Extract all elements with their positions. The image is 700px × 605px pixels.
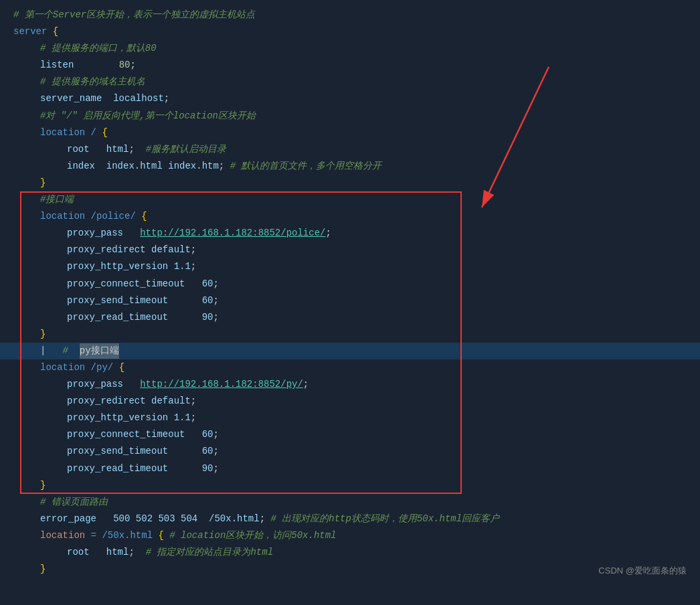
code-line: listen 80; — [0, 57, 700, 74]
code-text: { — [53, 24, 58, 39]
code-line: proxy_http_version 1.1; — [0, 410, 700, 426]
code-text: proxy_pass — [67, 377, 140, 392]
code-text: } — [40, 478, 46, 493]
code-line: proxy_connect_timeout 60; — [0, 276, 700, 292]
code-text: index index.html index.htm — [67, 159, 219, 174]
code-text: # 提供服务的端口，默认80 — [40, 41, 157, 56]
code-text: ; — [128, 545, 145, 560]
code-line: } — [0, 561, 700, 578]
code-line: | # py接口端 — [0, 343, 700, 359]
code-text: server_name localhost — [40, 91, 164, 106]
code-line: proxy_send_timeout 60; — [0, 443, 700, 460]
code-text: location / — [40, 125, 102, 141]
code-text: ; — [213, 461, 218, 477]
code-text: ; — [213, 310, 218, 325]
code-text: location /police/ — [40, 209, 141, 224]
code-line: location /police/ { — [0, 208, 700, 225]
code-line: error_page 500 502 503 504 /50x.html; # … — [0, 511, 700, 527]
code-text: ; — [191, 410, 196, 426]
code-text: proxy_http_version 1.1 — [67, 259, 191, 274]
code-text: ; — [219, 159, 230, 174]
code-text: location /py/ — [40, 360, 119, 375]
code-text: { — [102, 125, 107, 141]
code-text: # 提供服务的域名主机名 — [40, 74, 145, 90]
code-text: ; — [191, 394, 196, 409]
code-line: proxy_read_timeout 90; — [0, 460, 700, 477]
code-text: ; — [325, 226, 331, 241]
code-line: proxy_read_timeout 90; — [0, 309, 700, 326]
watermark: CSDN @爱吃面条的猿 — [598, 564, 687, 578]
code-text: proxy_redirect default — [67, 394, 191, 409]
code-line: index index.html index.htm; # 默认的首页文件，多个… — [0, 158, 700, 175]
code-text: # location区块开始，访问50x.html — [169, 528, 336, 543]
code-text: proxy_pass — [67, 226, 140, 241]
code-text: server — [13, 24, 53, 39]
code-text: # 默认的首页文件，多个用空格分开 — [230, 159, 382, 174]
code-text: proxy_read_timeout 90 — [67, 461, 213, 477]
code-text: ; — [213, 444, 218, 459]
code-line: proxy_connect_timeout 60; — [0, 426, 700, 443]
code-line: } — [0, 477, 700, 494]
code-text: } — [40, 327, 46, 342]
code-line: proxy_http_version 1.1; — [0, 258, 700, 275]
code-text: = /50x.html — [91, 528, 159, 543]
code-text: # 出现对应的http状态码时，使用50x.html回应客户 — [270, 511, 499, 527]
highlighted-text: py接口端 — [80, 343, 119, 359]
code-text: proxy_http_version 1.1 — [67, 410, 191, 426]
code-container: # 第一个Server区块开始，表示一个独立的虚拟主机站点 server { #… — [0, 0, 700, 584]
code-text: { — [119, 360, 124, 375]
code-text: ; — [213, 276, 218, 292]
code-text: http://192.168.1.182:8852/police/ — [140, 226, 325, 241]
code-line: # 第一个Server区块开始，表示一个独立的虚拟主机站点 — [0, 7, 700, 23]
code-text: } — [40, 175, 46, 191]
code-text — [74, 58, 118, 73]
code-text: ; — [260, 511, 271, 527]
code-text: root html — [67, 545, 128, 560]
code-text: listen — [40, 58, 74, 73]
code-text: # 指定对应的站点目录为html — [146, 545, 273, 560]
code-text: ; — [164, 91, 169, 106]
code-text: ; — [213, 293, 218, 309]
code-text: http://192.168.1.182:8852/py/ — [140, 377, 303, 392]
code-text: 80 — [119, 58, 130, 73]
code-text: error_page 500 502 503 504 /50x.html — [40, 511, 260, 527]
code-text: proxy_send_timeout 60 — [67, 444, 213, 459]
code-line: proxy_pass http://192.168.1.182:8852/py/… — [0, 376, 700, 393]
code-line: } — [0, 326, 700, 343]
code-line: # 提供服务的端口，默认80 — [0, 40, 700, 57]
code-line: proxy_redirect default; — [0, 393, 700, 410]
code-text: proxy_connect_timeout 60 — [67, 427, 213, 442]
code-line: location /py/ { — [0, 359, 700, 376]
code-text: root html — [67, 142, 128, 157]
code-text: # 第一个Server区块开始，表示一个独立的虚拟主机站点 — [13, 7, 255, 23]
code-text: # 错误页面路由 — [40, 495, 108, 510]
code-text: #对 "/" 启用反向代理,第一个location区块开始 — [40, 108, 256, 124]
code-line: #接口端 — [0, 191, 700, 208]
code-line: # 错误页面路由 — [0, 494, 700, 511]
code-line: proxy_send_timeout 60; — [0, 292, 700, 309]
code-text: } — [40, 561, 46, 577]
code-text: | — [40, 343, 52, 359]
code-text: ; — [191, 242, 196, 258]
code-text: proxy_read_timeout 90 — [67, 310, 213, 325]
code-text: proxy_redirect default — [67, 242, 191, 258]
code-text: ; — [191, 259, 196, 274]
code-text: proxy_connect_timeout 60 — [67, 276, 213, 292]
code-text: { — [158, 528, 169, 543]
code-line: location / { — [0, 124, 700, 141]
code-line: server_name localhost; — [0, 90, 700, 107]
code-text: location — [40, 528, 91, 543]
code-text: #服务默认启动目录 — [146, 142, 226, 157]
code-text: { — [141, 209, 147, 224]
code-line: root html; # 指定对应的站点目录为html — [0, 544, 700, 561]
code-text: proxy_send_timeout 60 — [67, 293, 213, 309]
code-text: ; — [130, 58, 135, 73]
code-text: ; — [213, 427, 218, 442]
code-line: root html; #服务默认启动目录 — [0, 141, 700, 158]
code-line: proxy_redirect default; — [0, 242, 700, 258]
code-text: #接口端 — [40, 192, 74, 207]
code-text: ; — [128, 142, 145, 157]
code-line: location = /50x.html { # location区块开始，访问… — [0, 527, 700, 544]
code-line: proxy_pass http://192.168.1.182:8852/pol… — [0, 225, 700, 242]
code-text: # — [52, 343, 80, 359]
